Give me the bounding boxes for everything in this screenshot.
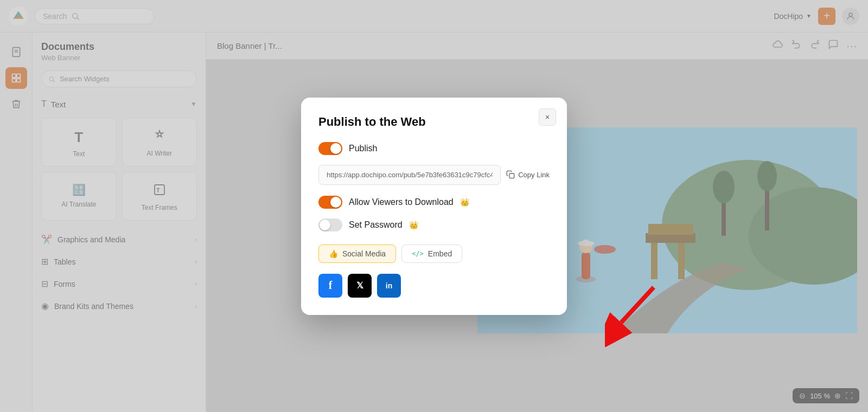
- facebook-share-button[interactable]: f: [318, 274, 342, 298]
- url-input[interactable]: [318, 165, 501, 185]
- url-row: Copy Link: [318, 165, 550, 185]
- set-password-toggle[interactable]: [318, 218, 342, 231]
- allow-download-row: Allow Viewers to Download 👑: [318, 196, 550, 209]
- publish-label: Publish: [349, 144, 377, 153]
- password-crown-icon: 👑: [409, 221, 418, 229]
- copy-link-button[interactable]: Copy Link: [506, 170, 550, 179]
- twitter-share-button[interactable]: 𝕏: [348, 274, 372, 298]
- allow-download-toggle[interactable]: [318, 196, 342, 209]
- publish-toggle[interactable]: [318, 142, 342, 155]
- publish-toggle-row: Publish: [318, 142, 550, 155]
- set-password-row: Set Password 👑: [318, 218, 550, 231]
- set-password-label: Set Password: [349, 220, 403, 230]
- set-password-knob: [320, 220, 330, 230]
- modal-overlay[interactable]: × Publish to the Web Publish Copy Link A…: [0, 0, 868, 412]
- share-tabs: 👍 Social Media </> Embed: [318, 244, 550, 263]
- social-media-icon: 👍: [329, 249, 338, 258]
- tab-embed[interactable]: </> Embed: [401, 244, 462, 263]
- allow-download-label: Allow Viewers to Download: [349, 197, 454, 207]
- publish-toggle-knob: [330, 143, 341, 154]
- download-crown-icon: 👑: [460, 198, 469, 207]
- modal-close-button[interactable]: ×: [539, 108, 556, 126]
- publish-modal: × Publish to the Web Publish Copy Link A…: [301, 98, 567, 315]
- social-share-buttons: f 𝕏 in: [318, 274, 550, 298]
- allow-download-knob: [330, 197, 341, 208]
- linkedin-share-button[interactable]: in: [377, 274, 401, 298]
- red-arrow: [605, 282, 670, 347]
- svg-rect-34: [509, 173, 514, 178]
- modal-title: Publish to the Web: [318, 115, 550, 129]
- tab-social-media[interactable]: 👍 Social Media: [318, 244, 396, 263]
- copy-icon: [506, 170, 515, 179]
- svg-line-36: [621, 287, 654, 323]
- embed-icon: </>: [412, 250, 424, 258]
